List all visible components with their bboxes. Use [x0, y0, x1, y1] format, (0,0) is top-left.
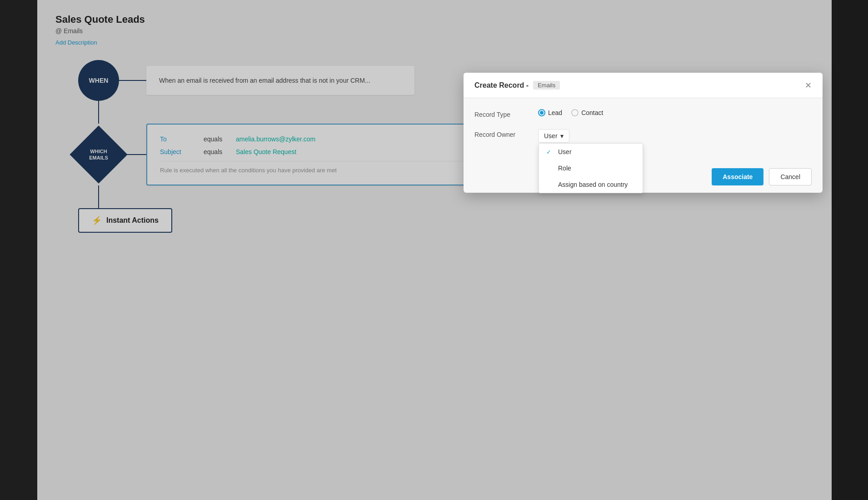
- modal-close-button[interactable]: ✕: [805, 81, 812, 90]
- modal-header: Create Record - Emails ✕: [464, 73, 823, 98]
- user-dropdown[interactable]: User ▾ ✓ User Role: [538, 129, 569, 143]
- dropdown-item-assign-country-label: Assign based on country: [558, 181, 628, 188]
- radio-contact-label: Contact: [581, 109, 603, 116]
- main-content: Sales Quote Leads @ Emails Add Descripti…: [37, 0, 832, 500]
- radio-lead-label: Lead: [548, 109, 562, 116]
- dropdown-item-assign-country[interactable]: Assign based on country: [539, 176, 643, 193]
- radio-lead[interactable]: Lead: [538, 109, 562, 116]
- associate-button[interactable]: Associate: [712, 168, 763, 185]
- right-sidebar: [832, 0, 868, 500]
- dropdown-selected-value: User: [544, 132, 558, 140]
- modal-footer: Associate Cancel: [464, 161, 823, 193]
- cancel-button[interactable]: Cancel: [769, 168, 812, 185]
- dropdown-item-role-label: Role: [558, 165, 571, 172]
- record-type-row: Record Type Lead Contact: [474, 109, 812, 118]
- check-icon-user: ✓: [546, 149, 554, 155]
- left-sidebar: [0, 0, 37, 500]
- modal-overlay: Create Record - Emails ✕ Record Type: [37, 0, 832, 500]
- dropdown-item-user-label: User: [558, 148, 572, 155]
- dropdown-menu: ✓ User Role Assign based on country: [539, 143, 643, 193]
- create-record-modal: Create Record - Emails ✕ Record Type: [464, 73, 823, 193]
- radio-lead-circle: [538, 109, 545, 116]
- modal-title: Create Record - Emails: [474, 81, 560, 90]
- radio-lead-dot: [540, 111, 544, 115]
- radio-contact[interactable]: Contact: [571, 109, 603, 116]
- dropdown-caret-icon: ▾: [560, 132, 564, 140]
- dropdown-item-user[interactable]: ✓ User: [539, 144, 643, 160]
- record-type-radio-group: Lead Contact: [538, 109, 812, 116]
- record-type-label: Record Type: [474, 109, 538, 118]
- modal-tag: Emails: [533, 81, 560, 90]
- record-owner-row: Record Owner User ▾ ✓ User: [474, 129, 812, 143]
- record-owner-control: User ▾ ✓ User Role: [538, 129, 812, 143]
- radio-contact-circle: [571, 109, 579, 116]
- record-type-control: Lead Contact: [538, 109, 812, 116]
- record-owner-label: Record Owner: [474, 129, 538, 138]
- modal-body: Record Type Lead Contact: [464, 98, 823, 161]
- dropdown-item-role[interactable]: Role: [539, 160, 643, 176]
